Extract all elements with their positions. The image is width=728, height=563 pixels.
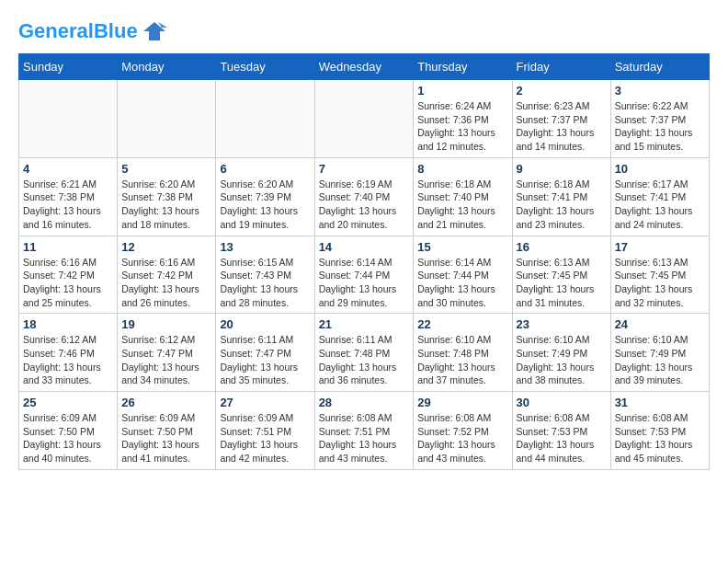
calendar-week-row-5: 25Sunrise: 6:09 AM Sunset: 7:50 PM Dayli… (19, 392, 710, 470)
day-number: 28 (319, 396, 410, 409)
day-number: 12 (121, 240, 211, 254)
day-info: Sunrise: 6:20 AM Sunset: 7:38 PM Dayligh… (121, 178, 211, 232)
day-info: Sunrise: 6:24 AM Sunset: 7:36 PM Dayligh… (417, 99, 507, 154)
calendar-cell: 10Sunrise: 6:17 AM Sunset: 7:41 PM Dayli… (610, 157, 709, 236)
calendar-cell: 18Sunrise: 6:12 AM Sunset: 7:46 PM Dayli… (19, 314, 118, 392)
logo-blue: Blue (94, 19, 138, 42)
calendar-cell: 8Sunrise: 6:18 AM Sunset: 7:40 PM Daylig… (414, 157, 512, 236)
day-number: 19 (121, 317, 211, 331)
day-number: 26 (121, 396, 211, 409)
logo-general: General (18, 19, 94, 42)
calendar-cell: 20Sunrise: 6:11 AM Sunset: 7:47 PM Dayli… (216, 314, 314, 392)
day-info: Sunrise: 6:20 AM Sunset: 7:39 PM Dayligh… (220, 178, 310, 232)
day-info: Sunrise: 6:08 AM Sunset: 7:51 PM Dayligh… (319, 411, 410, 465)
day-number: 23 (517, 317, 607, 331)
calendar-cell: 19Sunrise: 6:12 AM Sunset: 7:47 PM Dayli… (118, 314, 216, 392)
calendar-table: SundayMondayTuesdayWednesdayThursdayFrid… (18, 53, 710, 470)
calendar-cell: 26Sunrise: 6:09 AM Sunset: 7:50 PM Dayli… (118, 392, 216, 470)
day-number: 25 (23, 396, 113, 409)
weekday-header-row: SundayMondayTuesdayWednesdayThursdayFrid… (19, 54, 710, 80)
day-info: Sunrise: 6:17 AM Sunset: 7:41 PM Dayligh… (615, 178, 705, 232)
day-info: Sunrise: 6:13 AM Sunset: 7:45 PM Dayligh… (517, 256, 607, 310)
calendar-cell: 1Sunrise: 6:24 AM Sunset: 7:36 PM Daylig… (414, 80, 512, 158)
day-info: Sunrise: 6:09 AM Sunset: 7:51 PM Dayligh… (220, 411, 310, 465)
day-number: 11 (23, 240, 113, 254)
calendar-cell: 12Sunrise: 6:16 AM Sunset: 7:42 PM Dayli… (118, 236, 216, 314)
calendar-cell: 23Sunrise: 6:10 AM Sunset: 7:49 PM Dayli… (512, 314, 610, 392)
calendar-cell: 4Sunrise: 6:21 AM Sunset: 7:38 PM Daylig… (19, 157, 118, 236)
calendar-cell: 7Sunrise: 6:19 AM Sunset: 7:40 PM Daylig… (314, 157, 414, 236)
day-number: 31 (615, 396, 705, 409)
calendar-cell: 25Sunrise: 6:09 AM Sunset: 7:50 PM Dayli… (19, 392, 118, 470)
day-info: Sunrise: 6:09 AM Sunset: 7:50 PM Dayligh… (121, 411, 211, 465)
day-number: 5 (121, 162, 211, 176)
weekday-header-friday: Friday (512, 54, 610, 80)
calendar-cell: 2Sunrise: 6:23 AM Sunset: 7:37 PM Daylig… (512, 80, 610, 158)
weekday-header-saturday: Saturday (610, 54, 709, 80)
day-info: Sunrise: 6:18 AM Sunset: 7:40 PM Dayligh… (417, 178, 507, 232)
calendar-week-row-2: 4Sunrise: 6:21 AM Sunset: 7:38 PM Daylig… (19, 157, 710, 236)
day-info: Sunrise: 6:08 AM Sunset: 7:52 PM Dayligh… (417, 411, 507, 465)
day-info: Sunrise: 6:08 AM Sunset: 7:53 PM Dayligh… (517, 411, 607, 465)
day-info: Sunrise: 6:19 AM Sunset: 7:40 PM Dayligh… (319, 178, 410, 232)
day-number: 9 (517, 162, 607, 176)
calendar-cell: 31Sunrise: 6:08 AM Sunset: 7:53 PM Dayli… (610, 392, 709, 470)
day-number: 10 (615, 162, 705, 176)
weekday-header-tuesday: Tuesday (216, 54, 314, 80)
day-info: Sunrise: 6:16 AM Sunset: 7:42 PM Dayligh… (23, 256, 113, 310)
day-info: Sunrise: 6:13 AM Sunset: 7:45 PM Dayligh… (615, 256, 705, 310)
day-number: 2 (517, 84, 607, 98)
day-number: 30 (517, 396, 607, 409)
day-number: 14 (319, 240, 410, 254)
day-number: 27 (220, 396, 310, 409)
calendar-cell: 15Sunrise: 6:14 AM Sunset: 7:44 PM Dayli… (414, 236, 512, 314)
calendar-cell: 28Sunrise: 6:08 AM Sunset: 7:51 PM Dayli… (314, 392, 414, 470)
calendar-cell: 11Sunrise: 6:16 AM Sunset: 7:42 PM Dayli… (19, 236, 118, 314)
day-info: Sunrise: 6:10 AM Sunset: 7:49 PM Dayligh… (517, 333, 607, 387)
logo-bird-icon (142, 18, 167, 44)
day-info: Sunrise: 6:09 AM Sunset: 7:50 PM Dayligh… (23, 411, 113, 465)
day-info: Sunrise: 6:12 AM Sunset: 7:46 PM Dayligh… (23, 333, 113, 387)
day-number: 7 (319, 162, 410, 176)
calendar-cell: 27Sunrise: 6:09 AM Sunset: 7:51 PM Dayli… (216, 392, 314, 470)
day-number: 29 (417, 396, 507, 409)
weekday-header-monday: Monday (118, 54, 216, 80)
calendar-cell: 3Sunrise: 6:22 AM Sunset: 7:37 PM Daylig… (610, 80, 709, 158)
day-info: Sunrise: 6:23 AM Sunset: 7:37 PM Dayligh… (517, 99, 607, 154)
day-number: 17 (615, 240, 705, 254)
calendar-cell: 6Sunrise: 6:20 AM Sunset: 7:39 PM Daylig… (216, 157, 314, 236)
day-info: Sunrise: 6:08 AM Sunset: 7:53 PM Dayligh… (615, 411, 705, 465)
logo-text: GeneralBlue (18, 21, 138, 41)
day-info: Sunrise: 6:12 AM Sunset: 7:47 PM Dayligh… (121, 333, 211, 387)
day-info: Sunrise: 6:11 AM Sunset: 7:47 PM Dayligh… (220, 333, 310, 387)
day-number: 13 (220, 240, 310, 254)
day-number: 16 (517, 240, 607, 254)
day-info: Sunrise: 6:10 AM Sunset: 7:48 PM Dayligh… (417, 333, 507, 387)
calendar-cell (19, 80, 118, 158)
day-number: 6 (220, 162, 310, 176)
calendar-cell (118, 80, 216, 158)
weekday-header-thursday: Thursday (414, 54, 512, 80)
day-info: Sunrise: 6:18 AM Sunset: 7:41 PM Dayligh… (517, 178, 607, 232)
day-info: Sunrise: 6:10 AM Sunset: 7:49 PM Dayligh… (615, 333, 705, 387)
day-info: Sunrise: 6:14 AM Sunset: 7:44 PM Dayligh… (319, 256, 410, 310)
calendar-cell: 5Sunrise: 6:20 AM Sunset: 7:38 PM Daylig… (118, 157, 216, 236)
calendar-week-row-1: 1Sunrise: 6:24 AM Sunset: 7:36 PM Daylig… (19, 80, 710, 158)
calendar-cell (216, 80, 314, 158)
day-number: 24 (615, 317, 705, 331)
day-number: 1 (417, 84, 507, 98)
day-number: 20 (220, 317, 310, 331)
day-number: 18 (23, 317, 113, 331)
day-info: Sunrise: 6:22 AM Sunset: 7:37 PM Dayligh… (615, 99, 705, 154)
calendar-cell: 13Sunrise: 6:15 AM Sunset: 7:43 PM Dayli… (216, 236, 314, 314)
day-info: Sunrise: 6:16 AM Sunset: 7:42 PM Dayligh… (121, 256, 211, 310)
weekday-header-sunday: Sunday (19, 54, 118, 80)
day-info: Sunrise: 6:21 AM Sunset: 7:38 PM Dayligh… (23, 178, 113, 232)
calendar-cell: 30Sunrise: 6:08 AM Sunset: 7:53 PM Dayli… (512, 392, 610, 470)
weekday-header-wednesday: Wednesday (314, 54, 414, 80)
page-header: GeneralBlue (18, 18, 710, 44)
calendar-cell: 21Sunrise: 6:11 AM Sunset: 7:48 PM Dayli… (314, 314, 414, 392)
calendar-week-row-4: 18Sunrise: 6:12 AM Sunset: 7:46 PM Dayli… (19, 314, 710, 392)
logo: GeneralBlue (18, 18, 167, 44)
calendar-cell: 29Sunrise: 6:08 AM Sunset: 7:52 PM Dayli… (414, 392, 512, 470)
